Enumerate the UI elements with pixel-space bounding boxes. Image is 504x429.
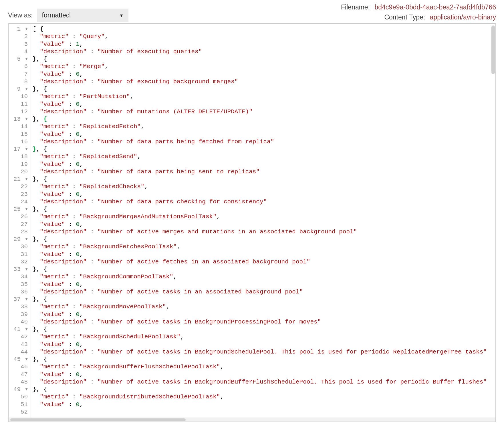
header: View as: formatted ▾ Filename: bd4c9e9a-… xyxy=(8,2,496,22)
content-type-label: Content Type: xyxy=(384,13,425,21)
view-as-value: formatted xyxy=(42,11,70,19)
view-as-label: View as: xyxy=(8,11,33,19)
code-editor[interactable]: 1 ▼2345 ▼6789 ▼10111213 ▼14151617 ▼18192… xyxy=(8,23,496,422)
file-metadata: Filename: bd4c9e9a-0bdd-4aac-bea2-7aafd4… xyxy=(341,2,496,22)
horizontal-scrollbar-thumb[interactable] xyxy=(10,418,186,421)
horizontal-scrollbar-track[interactable] xyxy=(9,418,495,422)
view-as-dropdown[interactable]: formatted ▾ xyxy=(37,9,128,22)
view-as-control: View as: formatted ▾ xyxy=(8,9,128,22)
chevron-down-icon: ▾ xyxy=(120,12,123,19)
filename-label: Filename: xyxy=(341,3,370,11)
filename-value: bd4c9e9a-0bdd-4aac-bea2-7aafd4fdb766 xyxy=(374,3,496,11)
code-content[interactable]: [ { "metric" : "Query", "value" : 1, "de… xyxy=(31,24,495,418)
content-type-value: application/avro-binary xyxy=(430,13,496,21)
vertical-scrollbar[interactable] xyxy=(491,25,495,74)
line-number-gutter: 1 ▼2345 ▼6789 ▼10111213 ▼14151617 ▼18192… xyxy=(9,24,31,418)
